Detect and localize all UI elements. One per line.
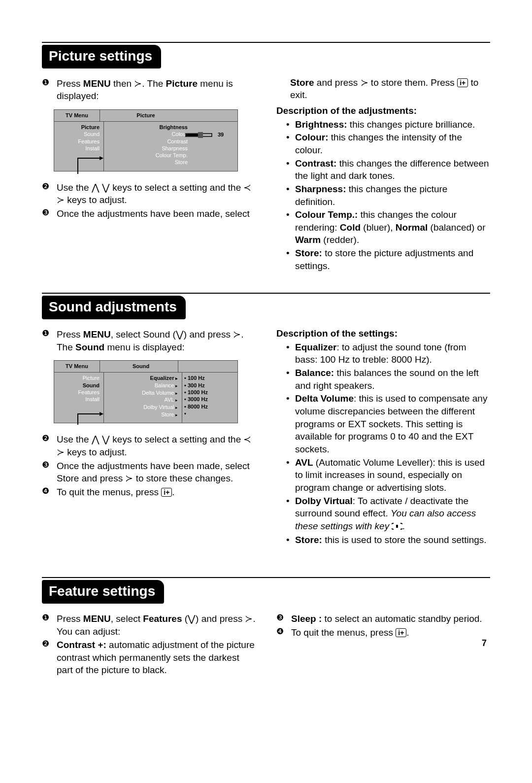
step-2: ❷ Use the ⋀ ⋁ keys to select a setting a… <box>42 181 256 206</box>
tv-menu-sound-diagram: TV Menu Sound Picture Sound Features Ins… <box>54 360 238 423</box>
up-arrow-icon: ⋀ <box>92 182 100 193</box>
svg-rect-3 <box>396 525 398 528</box>
rule <box>42 42 490 43</box>
surround-icon <box>392 521 402 534</box>
right-arrow-icon: ≻ <box>245 613 253 624</box>
info-icon: i+ <box>396 628 406 637</box>
heading-picture-settings: Picture settings <box>42 45 161 68</box>
heading-sound-adjustments: Sound adjustments <box>42 296 186 319</box>
step-1: ❶Press MENU, select Features (⋁) and pre… <box>42 613 256 638</box>
manual-page: Picture settings ❶ Press MENU then ≻. Th… <box>0 0 532 678</box>
right-arrow-icon: ≻ <box>125 473 133 483</box>
two-column-layout: ❶ Press MENU then ≻. The Picture menu is… <box>42 76 490 273</box>
rule <box>42 577 490 578</box>
step-2: ❷Use the ⋀ ⋁ keys to select a setting an… <box>42 433 256 458</box>
step-3: ❸Once the adjustments have been made, se… <box>42 460 256 485</box>
down-arrow-icon: ⋁ <box>188 613 196 624</box>
svg-rect-1 <box>198 132 203 138</box>
step-1: ❶ Press MENU then ≻. The Picture menu is… <box>42 77 256 102</box>
rule <box>42 293 490 294</box>
down-arrow-icon: ⋁ <box>102 182 110 193</box>
right-arrow-icon: ≻ <box>361 77 368 88</box>
right-arrow-icon: ≻ <box>57 195 65 205</box>
page-number: 7 <box>482 637 487 649</box>
right-arrow-icon: ≻ <box>233 329 241 340</box>
step-1: ❶ Press MENU, select Sound (⋁) and press… <box>42 328 256 353</box>
step-4: ❹To quit the menus, press i+. <box>42 486 256 499</box>
right-column: Store and press ≻ to store them. Press i… <box>276 76 490 273</box>
tv-menu-picture-diagram: TV Menu Picture Picture Sound Features I… <box>54 109 238 171</box>
connector-arrow-icon <box>73 411 107 426</box>
desc-heading: Description of the adjustments: <box>276 104 490 117</box>
step-3: ❸ Once the adjustments have been made, s… <box>42 207 256 220</box>
down-arrow-icon: ⋁ <box>176 329 184 340</box>
info-icon: i+ <box>161 488 172 497</box>
tvmenu-header: TV Menu <box>54 110 100 121</box>
brightness-slider-icon: 39 <box>185 131 224 138</box>
left-arrow-icon: ≺ <box>243 182 251 193</box>
right-arrow-icon: ≻ <box>134 78 142 89</box>
step-2: ❷Contrast +: automatic adjustment of the… <box>42 639 256 677</box>
info-icon: i+ <box>457 78 468 87</box>
heading-feature-settings: Feature settings <box>42 580 164 604</box>
left-column: ❶ Press MENU then ≻. The Picture menu is… <box>42 76 256 273</box>
step-4: ❹To quit the menus, press i+. <box>276 626 490 639</box>
connector-arrow-icon <box>73 155 107 175</box>
desc-heading: Description of the settings: <box>276 327 490 340</box>
step-3: ❸Sleep : to select an automatic standby … <box>276 613 490 625</box>
